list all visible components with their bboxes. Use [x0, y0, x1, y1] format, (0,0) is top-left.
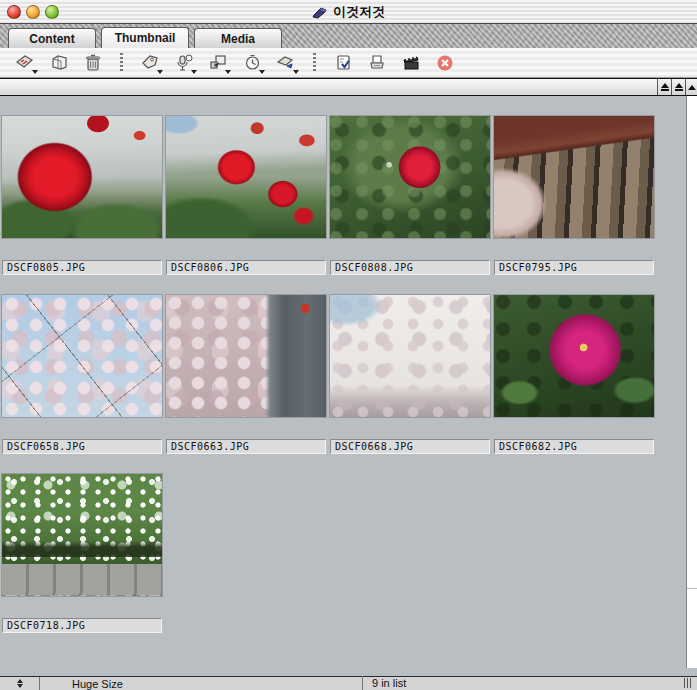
checklist-icon [335, 54, 352, 72]
photo-thumbnail[interactable] [494, 295, 654, 417]
photo-thumbnail[interactable] [166, 295, 326, 417]
movie-icon [402, 54, 421, 71]
application-window: 이것저것 Content Thumbnail Media [0, 0, 697, 690]
filename-label[interactable]: DSCF0658.JPG [2, 439, 162, 454]
photo-thumbnail[interactable] [330, 116, 490, 238]
tab-media[interactable]: Media [194, 28, 282, 48]
checklist-button[interactable] [330, 51, 356, 75]
thumbnail-view: DSCF0805.JPGDSCF0806.JPGDSCF0808.JPGDSCF… [0, 96, 686, 676]
photo-thumbnail[interactable] [2, 295, 162, 417]
voice-memo-button[interactable] [171, 51, 197, 75]
send-button[interactable] [273, 51, 299, 75]
vertical-scrollbar[interactable] [686, 96, 697, 668]
duplicate-button[interactable] [46, 51, 72, 75]
item-count: 9 in list [372, 677, 406, 689]
toolbar [0, 48, 697, 78]
thumbnail-cell[interactable]: DSCF0682.JPG [494, 295, 654, 454]
photo-thumbnail[interactable] [494, 116, 654, 238]
thumbnail-cell[interactable]: DSCF0668.JPG [330, 295, 490, 454]
tab-bar: Content Thumbnail Media [0, 24, 697, 48]
window-title: 이것저것 [333, 3, 385, 21]
thumbnail-cell[interactable]: DSCF0795.JPG [494, 116, 654, 275]
tab-thumbnail[interactable]: Thumbnail [101, 27, 189, 48]
filename-label[interactable]: DSCF0682.JPG [494, 439, 654, 454]
thumbnail-cell[interactable]: DSCF0663.JPG [166, 295, 326, 454]
statusbar: Huge Size [0, 676, 697, 690]
resize-button[interactable] [205, 51, 231, 75]
photo-thumbnail[interactable] [2, 474, 162, 596]
trash-button[interactable] [80, 51, 106, 75]
toolbar-separator [313, 53, 316, 73]
tab-content[interactable]: Content [8, 28, 96, 48]
tag-button[interactable] [137, 51, 163, 75]
trash-icon [85, 54, 101, 72]
filename-label[interactable]: DSCF0805.JPG [2, 260, 162, 275]
filename-label[interactable]: DSCF0663.JPG [166, 439, 326, 454]
filename-label[interactable]: DSCF0808.JPG [330, 260, 490, 275]
sort-up-button[interactable] [657, 79, 671, 95]
thumbnail-cell[interactable]: DSCF0805.JPG [2, 116, 162, 275]
filename-label[interactable]: DSCF0806.JPG [166, 260, 326, 275]
sort-partial-button[interactable] [685, 79, 697, 95]
tag-icon [141, 54, 160, 71]
photo-thumbnail[interactable] [2, 116, 162, 238]
resize-grip-icon[interactable] [684, 678, 693, 688]
photo-thumbnail[interactable] [330, 295, 490, 417]
send-icon [276, 54, 296, 71]
sort-header [0, 78, 697, 96]
timer-icon [244, 54, 261, 71]
duplicate-icon [50, 54, 69, 71]
thumbnail-cell[interactable]: DSCF0806.JPG [166, 116, 326, 275]
stamp-edit-button[interactable] [12, 51, 38, 75]
remove-icon [436, 54, 454, 72]
minimize-button[interactable] [26, 5, 40, 19]
thumbnail-grid: DSCF0805.JPGDSCF0806.JPGDSCF0808.JPGDSCF… [0, 96, 686, 633]
photo-thumbnail[interactable] [166, 116, 326, 238]
remove-button[interactable] [432, 51, 458, 75]
filename-label[interactable]: DSCF0668.JPG [330, 439, 490, 454]
print-icon [368, 54, 386, 72]
close-button[interactable] [7, 5, 21, 19]
thumbnail-cell[interactable]: DSCF0718.JPG [2, 474, 162, 633]
resize-icon [209, 54, 227, 71]
status-divider [362, 676, 363, 690]
notebook-icon [312, 6, 328, 19]
filename-label[interactable]: DSCF0795.JPG [494, 260, 654, 275]
movie-button[interactable] [398, 51, 424, 75]
toolbar-separator [120, 53, 123, 73]
timer-button[interactable] [239, 51, 265, 75]
size-stepper[interactable] [0, 677, 40, 690]
filename-label[interactable]: DSCF0718.JPG [2, 618, 162, 633]
thumbnail-cell[interactable]: DSCF0658.JPG [2, 295, 162, 454]
thumbnail-cell[interactable]: DSCF0808.JPG [330, 116, 490, 275]
print-button[interactable] [364, 51, 390, 75]
titlebar[interactable]: 이것저것 [0, 0, 697, 24]
sort-eject-button[interactable] [671, 79, 685, 95]
zoom-button[interactable] [45, 5, 59, 19]
size-arrows-icon [17, 679, 23, 688]
size-label[interactable]: Huge Size [72, 678, 123, 690]
